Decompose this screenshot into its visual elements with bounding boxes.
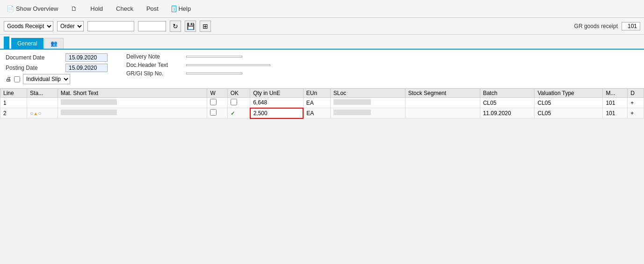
gr-label: GR goods receipt bbox=[574, 23, 618, 29]
help-label: Help bbox=[178, 5, 191, 12]
cell-val-type-2: CL05 bbox=[535, 108, 603, 118]
cell-eun-2: EA bbox=[303, 108, 330, 118]
help-icon: i bbox=[172, 6, 176, 12]
cell-eun-1: EA bbox=[303, 98, 330, 108]
col-d: D bbox=[628, 89, 644, 98]
document-fields: Document Date 15.09.2020 Posting Date 15… bbox=[0, 50, 644, 88]
cell-qty-2: 2,500 bbox=[250, 108, 304, 118]
print-icon[interactable]: 🖨 bbox=[6, 76, 11, 82]
overview-icon: 📄 bbox=[7, 5, 14, 12]
delivery-note-label: Delivery Note bbox=[126, 53, 182, 60]
data-table: Line Sta... Mat. Short Text W OK Qty in … bbox=[0, 88, 644, 119]
gr-value: 101 bbox=[622, 22, 640, 30]
sidebar-toggle[interactable] bbox=[4, 37, 9, 49]
posting-date-label: Posting Date bbox=[6, 65, 62, 71]
col-stock-segment: Stock Segment bbox=[405, 89, 480, 98]
document-date-value: 15.09.2020 bbox=[65, 53, 108, 62]
col-qty: Qty in UnE bbox=[250, 89, 304, 98]
show-overview-label: Show Overview bbox=[16, 5, 58, 12]
movement-type-select[interactable]: Goods Receipt bbox=[4, 21, 53, 31]
cell-m-1: 101 bbox=[603, 98, 628, 108]
cell-mat-1 bbox=[58, 98, 207, 108]
checkmark-ok-2: ✓ bbox=[231, 110, 235, 116]
help-button[interactable]: i Help bbox=[169, 4, 194, 13]
cell-mat-2 bbox=[58, 108, 207, 118]
cell-d-1: + bbox=[628, 98, 644, 108]
tab-general-label: General bbox=[17, 40, 37, 47]
post-button[interactable]: Post bbox=[144, 4, 161, 13]
new-document-icon-button[interactable]: 🗋 bbox=[68, 4, 80, 13]
tabs-row: General 👥 bbox=[0, 35, 644, 50]
cell-qty-1: 6,648 bbox=[250, 98, 304, 108]
cell-stock-seg-2 bbox=[405, 108, 480, 118]
gr-gi-slip-value bbox=[186, 73, 242, 74]
doc-header-text-value bbox=[186, 64, 270, 66]
data-table-container: Line Sta... Mat. Short Text W OK Qty in … bbox=[0, 88, 644, 119]
checkbox-ok-1[interactable] bbox=[231, 99, 237, 105]
tab-people-icon: 👥 bbox=[51, 40, 58, 47]
grid-icon-button[interactable]: ⊞ bbox=[200, 21, 211, 32]
col-m: M... bbox=[603, 89, 628, 98]
cell-val-type-1: CL05 bbox=[535, 98, 603, 108]
cell-m-2: 101 bbox=[603, 108, 628, 118]
hold-button[interactable]: Hold bbox=[87, 4, 106, 13]
cell-sloc-2 bbox=[330, 108, 405, 118]
new-doc-icon: 🗋 bbox=[71, 5, 77, 12]
col-valuation-type: Valuation Type bbox=[535, 89, 603, 98]
table-row: 2 ○▲○ ✓ 2,500 EA 11.09.2020 CL05 101 + bbox=[0, 108, 644, 118]
print-checkbox[interactable] bbox=[14, 76, 20, 82]
posting-date-value: 15.09.2020 bbox=[65, 64, 108, 72]
cell-ok-1 bbox=[227, 98, 250, 108]
checkbox-w-1[interactable] bbox=[210, 99, 217, 105]
post-label: Post bbox=[146, 5, 159, 12]
check-button[interactable]: Check bbox=[113, 4, 136, 13]
tab-general[interactable]: General bbox=[11, 38, 43, 49]
col-batch: Batch bbox=[480, 89, 535, 98]
reference-input[interactable] bbox=[87, 21, 134, 31]
refresh-icon-button[interactable]: ↻ bbox=[170, 21, 181, 32]
cell-w-1 bbox=[207, 98, 227, 108]
col-sloc: SLoc bbox=[330, 89, 405, 98]
cell-stock-seg-1 bbox=[405, 98, 480, 108]
save-icon-button[interactable]: 💾 bbox=[185, 21, 196, 32]
gr-gi-slip-label: GR/GI Slip No. bbox=[126, 70, 182, 77]
table-row: 1 6,648 EA CL05 CL05 101 + bbox=[0, 98, 644, 108]
cell-line-1: 1 bbox=[0, 98, 27, 108]
main-toolbar: 📄 Show Overview 🗋 Hold Check Post i Help bbox=[0, 0, 644, 18]
cell-d-2: + bbox=[628, 108, 644, 118]
checkbox-w-2[interactable] bbox=[210, 109, 217, 116]
cell-line-2: 2 bbox=[0, 108, 27, 118]
reference-input2[interactable] bbox=[138, 21, 166, 31]
cell-w-2 bbox=[207, 108, 227, 118]
document-date-label: Document Date bbox=[6, 54, 62, 61]
cell-status-2: ○▲○ bbox=[27, 108, 58, 118]
tab-people[interactable]: 👥 bbox=[44, 38, 64, 49]
col-status: Sta... bbox=[27, 89, 58, 98]
hold-label: Hold bbox=[90, 5, 103, 12]
col-w: W bbox=[207, 89, 227, 98]
cell-sloc-1 bbox=[330, 98, 405, 108]
check-label: Check bbox=[116, 5, 133, 12]
col-eun: EUn bbox=[303, 89, 330, 98]
form-toolbar: Goods Receipt Order ↻ 💾 ⊞ GR goods recei… bbox=[0, 18, 644, 35]
doc-header-text-label: Doc.Header Text bbox=[126, 62, 182, 68]
delivery-note-value bbox=[186, 56, 242, 58]
cell-ok-2: ✓ bbox=[227, 108, 250, 118]
slip-type-select[interactable]: Individual Slip bbox=[23, 74, 70, 84]
show-overview-button[interactable]: 📄 Show Overview bbox=[4, 4, 61, 13]
col-ok: OK bbox=[227, 89, 250, 98]
col-line: Line bbox=[0, 89, 27, 98]
cell-status-1 bbox=[27, 98, 58, 108]
col-mat-short: Mat. Short Text bbox=[58, 89, 207, 98]
reference-type-select[interactable]: Order bbox=[57, 21, 84, 31]
cell-batch-1: CL05 bbox=[480, 98, 535, 108]
cell-batch-2: 11.09.2020 bbox=[480, 108, 535, 118]
